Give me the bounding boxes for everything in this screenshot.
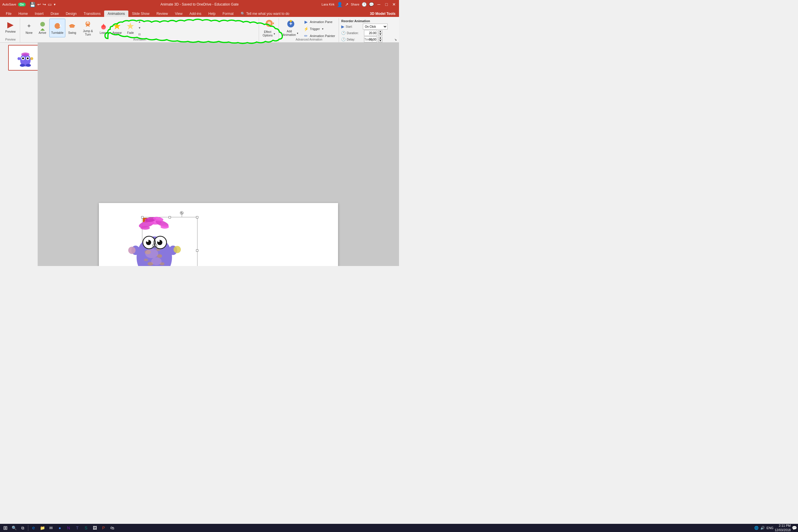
slide-thumbnail[interactable]: [8, 45, 38, 71]
share-icon[interactable]: ↗: [345, 2, 348, 7]
tab-format[interactable]: Format: [219, 11, 237, 17]
thumbnail-character: [14, 49, 37, 68]
comments-icon[interactable]: 💬: [369, 2, 374, 7]
anim-turntable[interactable]: Turntable: [49, 19, 65, 37]
svg-point-21: [27, 57, 28, 59]
anim-jump-turn[interactable]: Jump & Turn: [79, 19, 97, 37]
tab-insert[interactable]: Insert: [31, 11, 47, 17]
animation-pane-button[interactable]: ▶ Animation Pane: [302, 19, 337, 25]
add-animation-button[interactable]: + AddAnimation ▼: [281, 19, 300, 37]
tab-help[interactable]: Help: [205, 11, 219, 17]
scroll-expand-icon[interactable]: ⊟: [138, 33, 140, 36]
preview-button[interactable]: ▶ Preview: [3, 19, 18, 37]
tab-review[interactable]: Review: [153, 11, 171, 17]
tab-file[interactable]: File: [2, 11, 15, 17]
restore-btn[interactable]: □: [384, 2, 389, 7]
share-label[interactable]: Share: [351, 3, 359, 6]
effect-options-button[interactable]: EffectOptions ▼: [261, 19, 277, 37]
svg-point-12: [267, 22, 271, 25]
svg-point-33: [160, 225, 169, 229]
tab-home[interactable]: Home: [15, 11, 31, 17]
timing-expand-icon[interactable]: ↘: [394, 38, 397, 41]
animation-pane-label: Animation Pane: [310, 20, 332, 24]
scroll-down-icon[interactable]: ▼: [138, 26, 141, 30]
tab-design[interactable]: Design: [62, 11, 80, 17]
anim-fade[interactable]: Fade: [124, 19, 137, 37]
quick-access-dropdown[interactable]: ▼: [53, 3, 56, 6]
preview-icon: ▶: [7, 20, 14, 30]
tab-transitions[interactable]: Transitions: [80, 11, 104, 17]
anim-leave[interactable]: Leave: [97, 19, 110, 37]
present-icon[interactable]: ▭: [48, 2, 52, 7]
anim-swing[interactable]: Swing: [65, 19, 79, 37]
close-btn[interactable]: ✕: [392, 2, 397, 7]
trigger-icon: ⚡: [303, 26, 309, 32]
animation-scroll[interactable]: ▲ ▼ ⊟: [137, 19, 142, 37]
title-bar: AutoSave On 💾 ↩ ↪ ▭ ▼ Animate 3D - Saved…: [0, 0, 399, 9]
anim-appear[interactable]: Appear: [110, 19, 124, 37]
anim-none[interactable]: ✦ None: [22, 19, 36, 37]
ribbon-group-animation: ✦ None Arrive: [21, 18, 259, 42]
animation-painter-label: Animation Painter: [310, 34, 335, 38]
window-title: Animate 3D - Saved to OneDrive - Educati…: [160, 2, 239, 6]
autosave-label: AutoSave: [2, 3, 16, 6]
tab-draw[interactable]: Draw: [47, 11, 62, 17]
scroll-up-icon[interactable]: ▲: [138, 20, 141, 23]
effect-options-label-row: EffectOptions ▼: [263, 30, 276, 37]
svg-point-22: [21, 53, 30, 56]
add-animation-icon: +: [286, 19, 296, 29]
duration-down[interactable]: ▼: [378, 33, 382, 36]
canvas-area[interactable]: ↻ 1: [38, 43, 399, 266]
preview-label: Preview: [5, 30, 16, 33]
undo-icon[interactable]: ↩: [37, 2, 41, 7]
ribbon: ▶ Preview Preview ✦ None: [0, 17, 399, 43]
svg-point-26: [26, 64, 31, 67]
arrive-icon: [38, 21, 47, 31]
leave-icon: [99, 21, 108, 31]
effect-options-dropdown-icon: ▼: [273, 33, 276, 35]
redo-icon[interactable]: ↪: [43, 2, 46, 7]
trigger-label: Trigger: [310, 27, 320, 31]
minimize-btn[interactable]: ─: [376, 2, 381, 7]
swing-label: Swing: [68, 31, 76, 35]
none-label: None: [26, 31, 33, 35]
svg-marker-1: [40, 28, 45, 31]
svg-point-32: [140, 226, 150, 230]
reorder-title: Reorder Animation: [341, 19, 392, 23]
svg-point-46: [173, 246, 181, 253]
start-select[interactable]: On Click With Previous After Previous: [363, 24, 387, 30]
tab-tell-me[interactable]: 🔍Tell me what you want to do: [237, 11, 293, 17]
duration-label: Duration:: [347, 32, 363, 35]
user-name: Lara Kirk: [322, 3, 335, 6]
tab-addins[interactable]: Add-ins: [186, 11, 205, 17]
handle-middle-right[interactable]: [196, 249, 198, 252]
tab-animations[interactable]: Animations: [104, 11, 128, 17]
svg-point-44: [128, 247, 136, 254]
jump-turn-icon: [83, 20, 93, 29]
autosave-toggle[interactable]: On: [18, 3, 26, 6]
duration-up[interactable]: ▲: [378, 30, 382, 33]
duration-spinner[interactable]: ▲ ▼: [378, 30, 382, 36]
title-bar-left: AutoSave On 💾 ↩ ↪ ▭ ▼: [2, 2, 56, 7]
slide-panel: 1: [0, 43, 38, 266]
svg-point-24: [30, 57, 33, 60]
save-icon[interactable]: 💾: [30, 2, 36, 7]
svg-point-41: [145, 249, 158, 258]
svg-point-23: [18, 57, 20, 60]
tab-slideshow[interactable]: Slide Show: [128, 11, 153, 17]
tab-view[interactable]: View: [171, 11, 186, 17]
svg-point-42: [151, 257, 162, 265]
history-icon[interactable]: 🕐: [362, 2, 367, 7]
turntable-label: Turntable: [51, 31, 63, 35]
trigger-button[interactable]: ⚡ Trigger ▼: [302, 26, 337, 32]
handle-top-right[interactable]: [196, 216, 198, 218]
user-icon[interactable]: 👤: [337, 2, 343, 7]
duration-input[interactable]: [364, 30, 377, 36]
appear-label: Appear: [112, 31, 121, 35]
duration-icon: 🕐: [341, 31, 346, 35]
ribbon-tabs: File Home Insert Draw Design Transitions…: [0, 9, 399, 17]
anim-arrive[interactable]: Arrive: [36, 19, 49, 37]
svg-marker-13: [273, 22, 274, 24]
slide-thumb-container: 1: [1, 45, 36, 71]
fade-icon: [126, 21, 135, 31]
